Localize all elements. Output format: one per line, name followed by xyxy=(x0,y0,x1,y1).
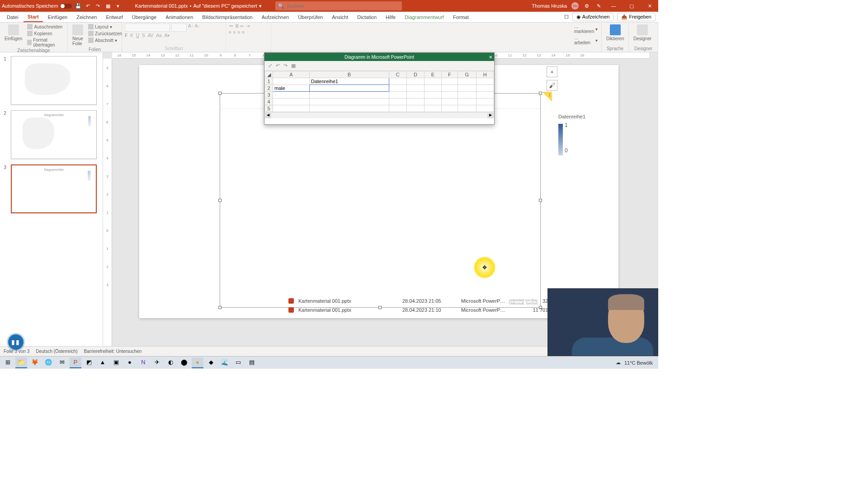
cell-b1[interactable]: Datenreihe1 xyxy=(309,78,389,85)
tab-record[interactable]: Aufzeichnen xyxy=(258,13,293,22)
underline-button[interactable]: U xyxy=(136,33,139,38)
telegram-icon[interactable]: ✈ xyxy=(151,357,163,368)
cell[interactable] xyxy=(389,105,406,112)
tab-design[interactable]: Entwurf xyxy=(102,13,127,22)
bold-button[interactable]: F xyxy=(125,33,127,38)
tab-view[interactable]: Ansicht xyxy=(328,13,352,22)
maximize-button[interactable]: ▢ xyxy=(625,0,638,11)
row-header[interactable]: 5 xyxy=(265,105,273,112)
strike-button[interactable]: S xyxy=(142,33,145,38)
chrome-icon[interactable]: 🌐 xyxy=(42,357,54,368)
vlc-icon[interactable]: ▲ xyxy=(97,357,108,368)
autosave-toggle[interactable]: Automatisches Speichern xyxy=(2,3,72,9)
onenote-icon[interactable]: N xyxy=(137,357,149,368)
system-tray[interactable]: ☁ 11°C Bewölk xyxy=(616,360,656,366)
cell[interactable] xyxy=(458,92,476,99)
datasheet-grid[interactable]: ◢ A B C D E F G H 1 Datenreihe1 xyxy=(264,71,494,112)
tab-review[interactable]: Überprüfen xyxy=(294,13,327,22)
cell[interactable] xyxy=(406,105,424,112)
tab-animations[interactable]: Animationen xyxy=(161,13,197,22)
cell[interactable] xyxy=(309,99,389,105)
format-painter-button[interactable]: Format übertragen xyxy=(26,37,65,48)
cell[interactable] xyxy=(458,78,476,85)
datasheet-titlebar[interactable]: Diagramm in Microsoft PowerPoint ✕ xyxy=(264,53,494,61)
resize-handle[interactable] xyxy=(218,199,222,202)
cut-button[interactable]: Ausschneiden xyxy=(26,23,65,30)
case-button[interactable]: Aa xyxy=(156,33,161,38)
shrink-font-icon[interactable]: A↓ xyxy=(195,23,200,32)
cell-a2[interactable]: male xyxy=(273,85,310,92)
cell[interactable] xyxy=(476,105,494,112)
accessibility-checker[interactable]: Barrierefreiheit: Untersuchen xyxy=(84,349,142,354)
cell[interactable] xyxy=(476,92,494,99)
row-header[interactable]: 2 xyxy=(265,85,273,92)
row-header[interactable]: 4 xyxy=(265,99,273,105)
resize-handle[interactable] xyxy=(539,92,542,95)
cell[interactable] xyxy=(389,78,406,85)
cell[interactable] xyxy=(476,78,494,85)
tab-insert[interactable]: Einfügen xyxy=(44,13,71,22)
col-header[interactable]: G xyxy=(458,71,476,78)
datasheet-hscroll[interactable]: ◀ ▶ xyxy=(264,112,494,118)
align-left-icon[interactable]: ≡ xyxy=(229,30,231,35)
cell[interactable] xyxy=(476,85,494,92)
select-all-cell[interactable]: ◢ xyxy=(265,71,273,78)
slide-thumb-3[interactable]: 3 Diagrammtitel xyxy=(4,164,99,213)
edit-menu[interactable]: …arbeiten ▾ xyxy=(573,35,599,46)
chart-warning-icon[interactable] xyxy=(542,92,552,102)
tab-help[interactable]: Hilfe xyxy=(382,13,400,22)
record-button[interactable]: ◉ Aufzeichnen xyxy=(572,13,613,21)
cell[interactable] xyxy=(425,85,442,92)
close-button[interactable]: ✕ xyxy=(643,0,656,11)
autosave-switch-icon[interactable] xyxy=(60,4,72,9)
font-family-combo[interactable] xyxy=(125,23,170,32)
tab-draw[interactable]: Zeichnen xyxy=(72,13,101,22)
grow-font-icon[interactable]: A↑ xyxy=(188,23,193,32)
cell[interactable] xyxy=(309,105,389,112)
dictate-button[interactable]: Diktieren xyxy=(604,23,626,42)
cell[interactable] xyxy=(406,92,424,99)
datasheet-grid-icon[interactable]: ▦ xyxy=(291,63,296,69)
cell[interactable] xyxy=(309,85,389,92)
obs-icon[interactable]: ⬤ xyxy=(178,357,190,368)
slideshow-start-icon[interactable]: ▦ xyxy=(104,2,112,9)
reset-button[interactable]: Zurücksetzen xyxy=(87,30,123,37)
datasheet-redo-icon[interactable]: ↷ xyxy=(283,63,288,69)
new-slide-button[interactable]: Neue Folie xyxy=(71,23,85,47)
indent-inc-icon[interactable]: ⇥ xyxy=(246,23,250,28)
minimize-button[interactable]: — xyxy=(607,0,620,11)
col-header[interactable]: A xyxy=(273,71,310,78)
cell[interactable] xyxy=(425,99,442,105)
resize-handle[interactable] xyxy=(218,92,222,95)
row-header[interactable]: 1 xyxy=(265,78,273,85)
recording-app-icon[interactable]: ● xyxy=(192,357,203,368)
row-header[interactable]: 3 xyxy=(265,92,273,99)
cell[interactable] xyxy=(458,85,476,92)
font-size-combo[interactable] xyxy=(171,23,187,32)
col-header[interactable]: F xyxy=(441,71,458,78)
search-box[interactable]: 🔍 xyxy=(275,1,402,10)
datasheet-undo-icon[interactable]: ↶ xyxy=(276,63,280,69)
justify-icon[interactable]: ≡ xyxy=(242,30,245,35)
lang-indicator[interactable]: Deutsch (Österreich) xyxy=(36,349,77,354)
app-icon[interactable]: ▭ xyxy=(232,357,244,368)
cell[interactable] xyxy=(441,92,458,99)
explorer-icon[interactable]: 📁 xyxy=(15,357,27,368)
designer-button[interactable]: Designer xyxy=(632,23,653,42)
chart-data-sheet[interactable]: Diagramm in Microsoft PowerPoint ✕ ⤢ ↶ ↷… xyxy=(264,52,495,125)
text-effects-icon[interactable]: AV xyxy=(148,33,154,38)
app-icon[interactable]: ◩ xyxy=(83,357,95,368)
cell[interactable] xyxy=(425,92,442,99)
select-menu[interactable]: …markieren ▾ xyxy=(573,23,599,34)
tab-format[interactable]: Format xyxy=(449,13,473,22)
outlook-icon[interactable]: ✉ xyxy=(56,357,68,368)
col-header[interactable]: E xyxy=(425,71,442,78)
app-icon[interactable]: ▤ xyxy=(246,357,258,368)
scroll-left-icon[interactable]: ◀ xyxy=(265,113,271,118)
cell[interactable] xyxy=(309,92,389,99)
chart-object[interactable]: Diagrammtitel + 🖌 Datenreihe1 1 0 xyxy=(220,93,541,308)
qa-more-icon[interactable]: ▾ xyxy=(114,2,122,9)
cell[interactable] xyxy=(458,99,476,105)
weather-text[interactable]: 11°C Bewölk xyxy=(624,360,653,366)
align-right-icon[interactable]: ≡ xyxy=(238,30,241,35)
